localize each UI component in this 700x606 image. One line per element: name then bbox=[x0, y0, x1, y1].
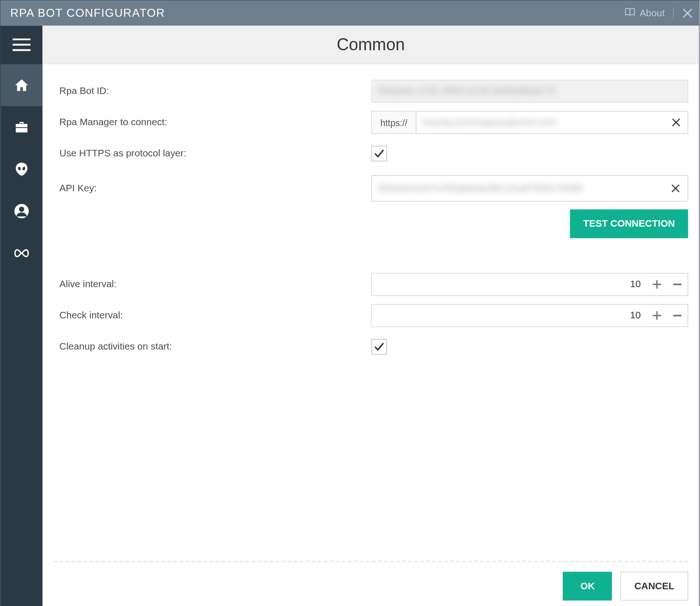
page-title: Common bbox=[337, 35, 404, 54]
page-header: Common bbox=[43, 26, 699, 64]
svg-rect-5 bbox=[13, 49, 31, 51]
alive-interval-input[interactable] bbox=[372, 274, 646, 295]
test-connection-button[interactable]: TEST CONNECTION bbox=[570, 209, 688, 238]
minus-icon bbox=[673, 311, 682, 321]
home-icon bbox=[14, 77, 30, 93]
manager-url-input[interactable]: testorg.yourorganizationurl.com bbox=[417, 112, 665, 133]
sidebar bbox=[0, 26, 42, 606]
briefcase-icon bbox=[14, 120, 30, 135]
close-icon bbox=[672, 118, 680, 127]
manager-clear-button[interactable] bbox=[665, 112, 687, 133]
check-icon bbox=[374, 341, 384, 352]
about-button[interactable]: About bbox=[624, 7, 665, 20]
https-label: Use HTTPS as protocol layer: bbox=[60, 148, 371, 159]
sidebar-item-briefcase[interactable] bbox=[0, 106, 42, 148]
close-icon bbox=[671, 184, 680, 193]
alive-interval-increment[interactable] bbox=[647, 274, 667, 295]
close-button[interactable] bbox=[682, 8, 693, 19]
api-key-input[interactable]: 400c6441e07a785ab63ae9f1131a07905c76490 bbox=[372, 176, 663, 201]
bot-id-label: Rpa Bot ID: bbox=[60, 86, 371, 96]
alive-interval-decrement[interactable] bbox=[667, 274, 687, 295]
cancel-button[interactable]: CANCEL bbox=[620, 572, 688, 600]
svg-point-10 bbox=[19, 207, 24, 212]
cleanup-label: Cleanup activities on start: bbox=[60, 341, 371, 352]
sidebar-item-home[interactable] bbox=[0, 64, 42, 106]
titlebar-separator bbox=[673, 7, 673, 19]
sidebar-item-infinity[interactable] bbox=[0, 232, 42, 274]
manager-label: Rpa Manager to connect: bbox=[60, 117, 371, 128]
app-title: RPA BOT CONFIGURATOR bbox=[10, 7, 624, 20]
sidebar-item-user[interactable] bbox=[0, 190, 42, 232]
api-key-clear-button[interactable] bbox=[664, 176, 688, 201]
url-scheme-prefix: https:// bbox=[372, 112, 416, 133]
check-interval-increment[interactable] bbox=[647, 305, 667, 326]
about-label: About bbox=[639, 8, 665, 19]
https-checkbox[interactable] bbox=[371, 146, 387, 162]
titlebar: RPA BOT CONFIGURATOR About bbox=[0, 0, 699, 26]
plus-icon bbox=[652, 280, 662, 290]
ok-button[interactable]: OK bbox=[563, 572, 612, 600]
check-icon bbox=[374, 148, 384, 159]
svg-rect-6 bbox=[16, 127, 27, 128]
user-icon bbox=[14, 203, 30, 219]
minus-icon bbox=[673, 280, 682, 290]
svg-rect-4 bbox=[13, 44, 31, 46]
sidebar-item-alien[interactable] bbox=[0, 148, 42, 190]
infinity-icon bbox=[13, 249, 31, 258]
svg-rect-3 bbox=[13, 38, 31, 40]
menu-toggle-button[interactable] bbox=[0, 26, 42, 64]
check-interval-label: Check interval: bbox=[60, 310, 371, 321]
hamburger-icon bbox=[13, 38, 31, 51]
bot-id-field: 83aa09c-a761-4903-a133-3a99a9ba6c79 bbox=[371, 80, 688, 102]
check-interval-decrement[interactable] bbox=[667, 305, 687, 326]
alive-interval-label: Alive interval: bbox=[60, 279, 371, 290]
book-icon bbox=[624, 7, 636, 20]
footer: OK CANCEL bbox=[43, 562, 699, 606]
bot-id-value: 83aa09c-a761-4903-a133-3a99a9ba6c79 bbox=[378, 86, 555, 96]
cleanup-checkbox[interactable] bbox=[371, 339, 387, 355]
alien-icon bbox=[14, 162, 30, 177]
plus-icon bbox=[652, 311, 662, 321]
check-interval-input[interactable] bbox=[372, 305, 646, 326]
api-key-label: API Key: bbox=[60, 183, 371, 194]
